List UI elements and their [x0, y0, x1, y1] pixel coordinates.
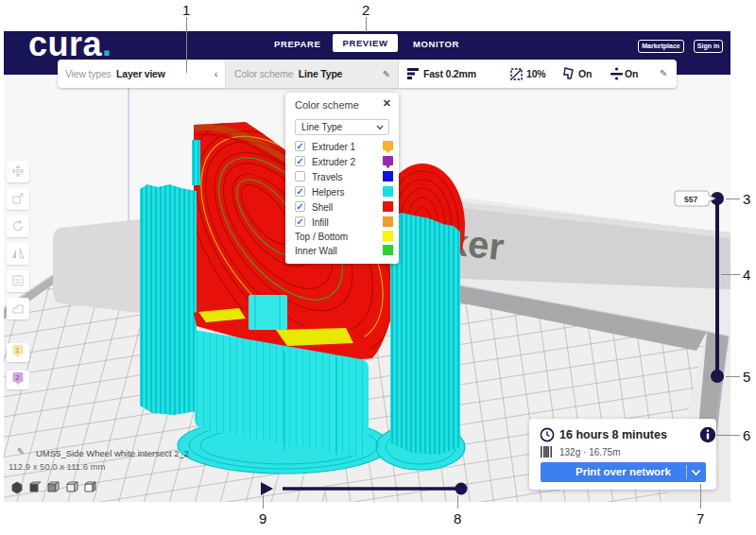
svg-text:2: 2 [16, 374, 20, 381]
svg-text:1: 1 [16, 347, 20, 354]
svg-text:557: 557 [684, 195, 697, 204]
